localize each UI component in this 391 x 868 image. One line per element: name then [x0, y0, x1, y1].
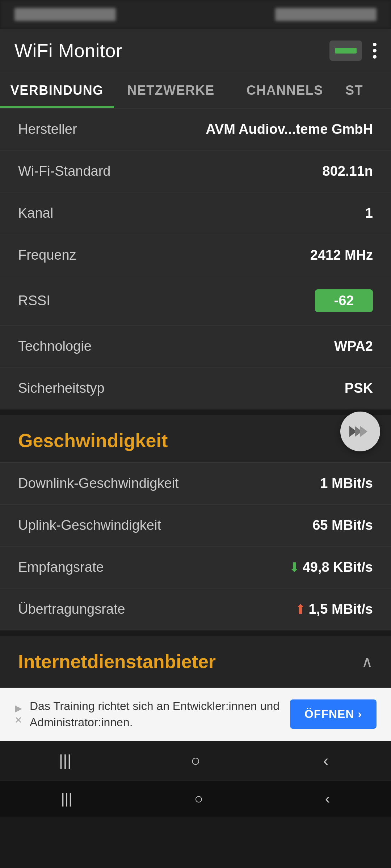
- value-ubertragungsrate: 1,5 MBit/s: [309, 601, 373, 617]
- download-arrow-icon: ⬇: [289, 560, 300, 575]
- recents-button[interactable]: |||: [43, 746, 87, 775]
- label-frequenz: Frequenz: [18, 247, 76, 263]
- ubertragungsrate-value-group: ⬆ 1,5 MBit/s: [295, 601, 373, 617]
- section-divider-2: [0, 630, 391, 636]
- tab-navigation: VERBINDUNG NETZWERKE CHANNELS ST: [0, 72, 391, 109]
- table-row: Technologie WPA2: [0, 326, 391, 367]
- table-row: Wi-Fi-Standard 802.11n: [0, 150, 391, 192]
- table-row: RSSI -62: [0, 276, 391, 326]
- label-uplink: Uplink-Geschwindigkeit: [18, 518, 161, 533]
- isp-section-header[interactable]: Internetdienstanbieter ∧: [0, 636, 391, 687]
- table-row: Uplink-Geschwindigkeit 65 MBit/s: [0, 505, 391, 546]
- label-technologie: Technologie: [18, 339, 92, 354]
- back-button[interactable]: ‹: [304, 746, 348, 775]
- value-technologie: WPA2: [334, 339, 373, 354]
- value-empfangsrate: 49,8 KBit/s: [303, 559, 373, 575]
- svg-marker-2: [360, 426, 367, 437]
- ad-text: Das Training richtet sich an Entwickler:…: [30, 698, 283, 731]
- tab-netzwerke[interactable]: NETZWERKE: [114, 72, 228, 108]
- value-frequenz: 2412 MHz: [310, 247, 373, 263]
- label-empfangsrate: Empfangsrate: [18, 559, 104, 575]
- tab-verbindung[interactable]: VERBINDUNG: [0, 72, 114, 108]
- table-row: Hersteller AVM Audiov...teme GmbH: [0, 109, 391, 150]
- value-downlink: 1 MBit/s: [320, 476, 373, 491]
- section-divider: [0, 409, 391, 415]
- table-row: Kanal 1: [0, 192, 391, 234]
- signal-bar: [335, 48, 357, 54]
- ad-banner: ▶ ✕ Das Training richtet sich an Entwick…: [0, 688, 391, 741]
- more-menu-button[interactable]: [373, 43, 377, 59]
- app-title: WiFi Monitor: [14, 40, 122, 61]
- home-button[interactable]: ○: [174, 746, 217, 775]
- tab-channels[interactable]: CHANNELS: [228, 72, 342, 108]
- label-ubertragungsrate: Übertragungsrate: [18, 601, 125, 617]
- table-row: Frequenz 2412 MHz: [0, 234, 391, 276]
- label-kanal: Kanal: [18, 205, 53, 221]
- close-ad-icon[interactable]: ✕: [14, 715, 22, 726]
- ad-logo: ▶ ✕: [14, 703, 22, 726]
- table-row: Sicherheitstyp PSK: [0, 367, 391, 409]
- play-icon: ▶: [15, 703, 22, 714]
- connection-info-table: Hersteller AVM Audiov...teme GmbH Wi-Fi-…: [0, 109, 391, 409]
- app-container: WiFi Monitor VERBINDUNG NETZWERKE CHANNE…: [0, 29, 391, 741]
- header-actions: [329, 41, 377, 61]
- status-bar-left: [14, 8, 116, 21]
- value-sicherheitstyp: PSK: [345, 380, 373, 396]
- ad-open-button[interactable]: ÖFFNEN ›: [290, 699, 377, 729]
- speed-info-table: Downlink-Geschwindigkeit 1 MBit/s Uplink…: [0, 463, 391, 630]
- collapse-icon[interactable]: ∧: [361, 652, 373, 671]
- tab-st[interactable]: ST: [342, 72, 391, 108]
- system-nav-bar: ||| ○ ‹: [0, 780, 391, 817]
- content-area: Hersteller AVM Audiov...teme GmbH Wi-Fi-…: [0, 109, 391, 687]
- speed-title: Geschwindigkeit: [18, 430, 168, 451]
- value-wifi-standard: 802.11n: [323, 163, 373, 179]
- upload-arrow-icon: ⬆: [295, 602, 306, 617]
- label-sicherheitstyp: Sicherheitstyp: [18, 380, 105, 396]
- sys-recents-button[interactable]: |||: [61, 791, 72, 807]
- sys-home-button[interactable]: ○: [194, 791, 203, 807]
- label-rssi: RSSI: [18, 293, 50, 309]
- value-kanal: 1: [365, 205, 373, 221]
- isp-title: Internetdienstanbieter: [18, 651, 216, 672]
- value-uplink: 65 MBit/s: [312, 518, 373, 533]
- label-downlink: Downlink-Geschwindigkeit: [18, 476, 179, 491]
- signal-icon: [329, 41, 362, 61]
- app-header: WiFi Monitor: [0, 29, 391, 72]
- bottom-nav-bar: ||| ○ ‹: [0, 741, 391, 780]
- double-arrow-icon: [348, 422, 373, 441]
- label-wifi-standard: Wi-Fi-Standard: [18, 163, 111, 179]
- table-row: Empfangsrate ⬇ 49,8 KBit/s: [0, 546, 391, 588]
- empfangsrate-value-group: ⬇ 49,8 KBit/s: [289, 559, 373, 575]
- table-row: Downlink-Geschwindigkeit 1 MBit/s: [0, 463, 391, 505]
- status-bar: [0, 0, 391, 29]
- sys-back-button[interactable]: ‹: [325, 791, 330, 807]
- floating-action-button[interactable]: [340, 412, 380, 451]
- speed-section-header: Geschwindigkeit: [0, 415, 391, 463]
- value-hersteller: AVM Audiov...teme GmbH: [206, 122, 373, 137]
- rssi-badge: -62: [315, 289, 373, 312]
- table-row: Übertragungsrate ⬆ 1,5 MBit/s: [0, 588, 391, 630]
- label-hersteller: Hersteller: [18, 122, 77, 137]
- status-bar-right: [275, 8, 377, 21]
